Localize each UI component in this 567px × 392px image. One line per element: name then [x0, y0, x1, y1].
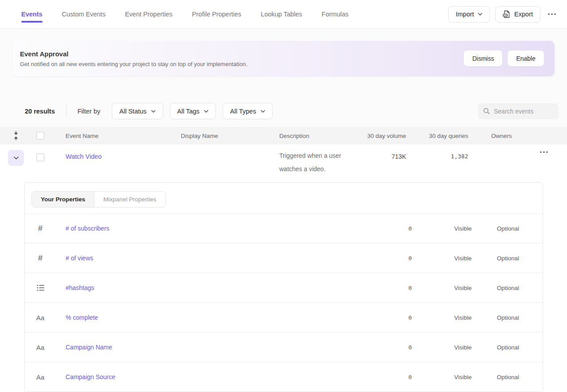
enable-button[interactable]: Enable	[508, 51, 544, 67]
property-row: Aa Campaign Name 0 Visible Optional	[25, 333, 543, 362]
results-count: 20 results	[25, 108, 55, 115]
event-approval-banner: Event Approval Get notified on all new e…	[12, 41, 555, 76]
property-name-link[interactable]: #hashtags	[66, 284, 385, 291]
filter-bar: 20 results Filter by All StatusAll TagsA…	[0, 103, 567, 119]
property-row: #hashtags 0 Visible Optional	[25, 273, 543, 303]
import-button[interactable]: Import	[448, 6, 490, 23]
text-icon: Aa	[34, 344, 47, 351]
csv-file-icon: csv	[503, 10, 510, 18]
property-count: 0	[385, 225, 412, 232]
import-button-label: Import	[456, 11, 474, 18]
volume-cell: 713K	[364, 145, 408, 160]
dismiss-button[interactable]: Dismiss	[464, 51, 502, 67]
more-options-button[interactable]	[546, 8, 558, 20]
text-icon: Aa	[34, 314, 47, 321]
list-icon	[34, 284, 47, 291]
search-input[interactable]	[494, 108, 553, 115]
properties-panel: Your PropertiesMixpanel Properties # # o…	[24, 182, 543, 392]
nav-tabs: EventsCustom EventsEvent PropertiesProfi…	[21, 0, 448, 29]
nav-actions: Import csv Export	[448, 6, 558, 23]
banner-title: Event Approval	[20, 50, 464, 58]
property-requirement: Optional	[484, 225, 519, 232]
chevron-down-icon	[204, 110, 208, 113]
filter-dropdowns: All StatusAll TagsAll Types	[112, 103, 279, 119]
tab-events[interactable]: Events	[21, 0, 43, 29]
queries-cell: 1,382	[408, 145, 470, 160]
banner-description: Get notified on all new events entering …	[20, 61, 464, 67]
property-visibility: Visible	[445, 225, 472, 232]
column-header-owners[interactable]: Owners	[470, 133, 532, 139]
column-header-display-name[interactable]: Display Name	[181, 133, 279, 139]
property-name-link[interactable]: % complete	[66, 314, 385, 321]
property-requirement: Optional	[484, 255, 519, 262]
chevron-down-icon	[151, 110, 156, 113]
property-row: Aa Campaign Source 0 Visible Optional	[25, 362, 543, 392]
table-row: Watch Video Triggered when a user watche…	[0, 145, 567, 182]
property-requirement: Optional	[484, 344, 519, 351]
divider	[66, 105, 66, 118]
filter-dropdown-all-status[interactable]: All Status	[112, 103, 163, 119]
chevron-down-icon	[478, 13, 482, 16]
tab-formulas[interactable]: Formulas	[322, 0, 348, 29]
search-box[interactable]	[478, 103, 559, 119]
filter-dropdown-all-tags[interactable]: All Tags	[170, 103, 216, 119]
export-button-label: Export	[514, 11, 533, 18]
tab-profile-properties[interactable]: Profile Properties	[192, 0, 241, 29]
tab-event-properties[interactable]: Event Properties	[125, 0, 172, 29]
tab-your-properties[interactable]: Your Properties	[32, 192, 94, 207]
number-icon: #	[34, 224, 47, 233]
property-row: Aa % complete 0 Visible Optional	[25, 303, 543, 333]
row-checkbox[interactable]	[36, 153, 44, 161]
column-header-queries[interactable]: 30 day queries	[408, 133, 470, 139]
search-icon	[483, 108, 490, 114]
description-cell: Triggered when a user watches a video.	[279, 145, 364, 176]
filter-by-label: Filter by	[78, 108, 101, 115]
events-table: Event Name Display Name Description 30 d…	[0, 127, 567, 392]
property-count: 0	[385, 255, 412, 262]
property-name-link[interactable]: Campaign Name	[66, 344, 385, 351]
tab-mixpanel-properties[interactable]: Mixpanel Properties	[94, 192, 165, 207]
tab-lookup-tables[interactable]: Lookup Tables	[261, 0, 302, 29]
property-requirement: Optional	[484, 374, 519, 380]
property-name-link[interactable]: # of subscribers	[66, 225, 385, 232]
property-requirement: Optional	[484, 285, 519, 291]
chevron-down-icon	[261, 110, 265, 113]
table-header-row: Event Name Display Name Description 30 d…	[0, 127, 567, 145]
property-visibility: Visible	[445, 285, 472, 291]
property-count: 0	[385, 314, 412, 321]
column-header-description[interactable]: Description	[279, 133, 364, 139]
svg-text:csv: csv	[504, 14, 507, 16]
property-count: 0	[385, 285, 412, 291]
tab-custom-events[interactable]: Custom Events	[62, 0, 106, 29]
select-all-checkbox[interactable]	[36, 132, 44, 140]
top-navigation: EventsCustom EventsEvent PropertiesProfi…	[0, 0, 567, 29]
text-icon: Aa	[34, 373, 47, 381]
properties-tabs: Your PropertiesMixpanel Properties	[31, 191, 166, 208]
row-actions-button[interactable]	[532, 145, 567, 153]
property-name-link[interactable]: Campaign Source	[66, 373, 385, 380]
property-visibility: Visible	[445, 344, 472, 351]
collapse-all-icon[interactable]	[13, 131, 19, 141]
property-requirement: Optional	[484, 314, 519, 321]
column-header-event-name[interactable]: Event Name	[66, 133, 181, 139]
export-button[interactable]: csv Export	[495, 6, 540, 23]
collapse-row-button[interactable]	[8, 150, 24, 166]
properties-list: # # of subscribers 0 Visible Optional # …	[25, 214, 543, 392]
column-header-volume[interactable]: 30 day volume	[364, 133, 408, 139]
filter-dropdown-all-types[interactable]: All Types	[223, 103, 273, 119]
ellipsis-icon	[540, 151, 567, 153]
property-visibility: Visible	[445, 374, 472, 380]
number-icon: #	[34, 254, 47, 263]
property-count: 0	[385, 344, 412, 351]
property-row: # # of views 0 Visible Optional	[25, 243, 543, 273]
event-name-link[interactable]: Watch Video	[66, 145, 102, 160]
property-row: # # of subscribers 0 Visible Optional	[25, 214, 543, 243]
property-visibility: Visible	[445, 255, 472, 262]
property-visibility: Visible	[445, 314, 472, 321]
ellipsis-icon	[548, 13, 556, 15]
chevron-down-icon	[14, 157, 19, 160]
property-name-link[interactable]: # of views	[66, 255, 385, 262]
property-count: 0	[385, 374, 412, 380]
